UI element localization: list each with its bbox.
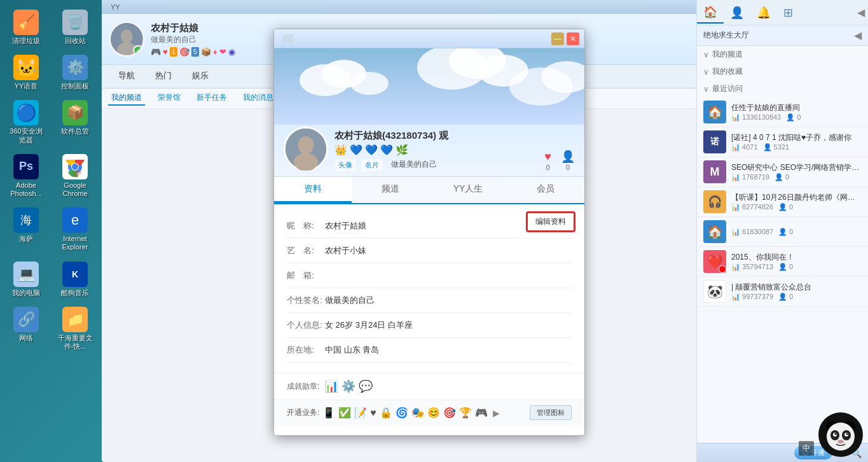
room-info-3: 【听课】10月26日颜丹钧老师《网络营 📊 82774826 👤 0 — [731, 192, 862, 211]
desktop-icon-clean-trash[interactable]: 🧹 清理垃圾 — [3, 6, 49, 48]
room-item-5[interactable]: ❤️ 2015、你我同在！ 📊 35794713 👤 0 — [697, 247, 868, 277]
modal-user-info: 农村于姑娘(432180734) 观 👑💙💙💙🌿 头像 名片 做最美的自己 — [334, 130, 544, 171]
achievement-icon-1: ⚙️ — [341, 379, 355, 393]
desktop-icon-yy[interactable]: 🐱 YY语音 — [3, 52, 49, 94]
room-item-4[interactable]: 🏠 📊 61830087 👤 0 — [697, 217, 868, 247]
tab-yy-life[interactable]: YY人生 — [429, 177, 507, 203]
nav-item-navigation[interactable]: 导航 — [108, 65, 145, 88]
desktop-icon-haisao[interactable]: 海 海萨 — [3, 204, 49, 255]
tab-channel[interactable]: 频道 — [352, 177, 429, 203]
modal-minimize-btn[interactable]: — — [551, 32, 564, 45]
desktop-icon-360[interactable]: 🔵 360安全浏览器 — [3, 97, 49, 147]
room-info-0: 任性于姑娘的直播间 📊 1336130843 👤 0 — [731, 102, 862, 122]
service-icon-5[interactable]: 🌀 — [396, 407, 408, 419]
profile-modal: — ✕ — [273, 29, 585, 436]
modal-services: 开通业务: 📱 ✅ 📝 ♥ 🔒 🌀 🎭 😊 🎯 🏆 🎮 ▶ 管理图标 — [274, 400, 584, 425]
love-stat-heart: ♥ 0 — [544, 150, 551, 171]
desktop-icon-chrome[interactable]: Google Chrome — [52, 151, 98, 201]
subnav-honors[interactable]: 荣誉馆 — [155, 91, 184, 106]
desktop-icon-control-panel[interactable]: ⚙️ 控制面板 — [52, 52, 98, 94]
room-info-4: 📊 61830087 👤 0 — [731, 228, 862, 236]
tab-member[interactable]: 会员 — [507, 177, 584, 203]
subnav-my-channel[interactable]: 我的频道 — [108, 91, 145, 106]
love-stat-person: 👤 0 — [561, 150, 575, 171]
svg-point-3 — [72, 164, 78, 170]
room-title: 绝地求生大厅 — [703, 30, 749, 41]
section-recent-visits[interactable]: ∨ 最近访问 — [697, 80, 868, 97]
edit-profile-btn[interactable]: 编辑资料 — [527, 212, 575, 232]
tab-profile[interactable]: 资料 — [274, 177, 352, 203]
modal-avatar[interactable] — [284, 127, 328, 171]
services-more-btn[interactable]: ▶ — [493, 408, 500, 418]
desktop-icon-qianhai[interactable]: 📁 千海重要文件-快... — [52, 304, 98, 354]
avatar-tab-photo[interactable]: 头像 — [334, 159, 356, 171]
profile-avatar[interactable]: ✓ — [109, 22, 144, 57]
service-icon-6[interactable]: 🎭 — [411, 407, 424, 419]
modal-header-bg — [274, 48, 584, 125]
sidebar-top-tabs: 🏠 👤 🔔 ⊞ ◀ — [697, 0, 868, 25]
profile-motto-display: 做最美的自己 — [391, 159, 437, 171]
modal-tabs: 资料 频道 YY人生 会员 — [274, 177, 584, 204]
achievement-icon-2: 💬 — [359, 379, 373, 393]
svg-point-18 — [298, 136, 313, 154]
room-item-0[interactable]: 🏠 任性于姑娘的直播间 📊 1336130843 👤 0 — [697, 97, 868, 127]
sidebar-back-btn[interactable]: ◀ — [854, 3, 868, 22]
modal-profile-section: 农村于姑娘(432180734) 观 👑💙💙💙🌿 头像 名片 做最美的自己 ♥ … — [274, 125, 584, 177]
svg-point-28 — [835, 433, 837, 435]
sidebar-arrow-icon[interactable]: ◀ — [854, 29, 862, 41]
room-item-2[interactable]: M SEO研究中心 SEO学习/网络营销学习/网 📊 1768719 👤 0 — [697, 157, 868, 187]
modal-love-stats: ♥ 0 👤 0 — [544, 150, 575, 171]
subnav-newbie[interactable]: 新手任务 — [193, 91, 230, 106]
info-row-email: 邮 箱: — [287, 263, 572, 288]
achievement-icon-0: 📊 — [324, 379, 338, 393]
service-icon-3[interactable]: ♥ — [370, 407, 376, 419]
service-icon-2[interactable]: 📝 — [354, 407, 367, 419]
sidebar-tab-home[interactable]: 🏠 — [697, 2, 724, 24]
modal-achievements: 成就勋章: 📊 ⚙️ 💬 — [274, 372, 584, 400]
modal-username: 农村于姑娘(432180734) 观 — [334, 130, 544, 142]
service-icon-4[interactable]: 🔒 — [380, 407, 392, 419]
info-row-artname: 艺 名: 农村于小妹 — [287, 239, 572, 263]
avatar-tab-card[interactable]: 名片 — [361, 159, 383, 171]
desktop-icon-kuwo[interactable]: K 酷狗音乐 — [52, 258, 98, 300]
room-item-1[interactable]: 诺 [诺社] 4 0 7 1 沈阳哒♥子乔，感谢你 📊 4071 👤 5321 — [697, 127, 868, 157]
service-icon-7[interactable]: 😊 — [427, 407, 440, 419]
section-my-favorites[interactable]: ∨ 我的收藏 — [697, 63, 868, 80]
info-row-personal: 个人信息: 女 26岁 3月24日 白羊座 — [287, 313, 572, 338]
yy-right-sidebar: 🏠 👤 🔔 ⊞ ◀ 绝地求生大厅 ◀ ∨ 我的频道 ∨ 我的收藏 — [696, 0, 868, 462]
service-icon-8[interactable]: 🎯 — [443, 407, 456, 419]
modal-close-btn[interactable]: ✕ — [567, 32, 579, 45]
desktop-icon-software[interactable]: 📦 软件总管 — [52, 97, 98, 147]
sidebar-tab-notify[interactable]: 🔔 — [750, 3, 777, 23]
desktop-icon-ie[interactable]: e Internet Explorer — [52, 204, 98, 255]
sidebar-tab-apps[interactable]: ⊞ — [777, 3, 799, 23]
svg-point-11 — [350, 72, 389, 95]
room-item-3[interactable]: 🎧 【听课】10月26日颜丹钧老师《网络营 📊 82774826 👤 0 — [697, 187, 868, 217]
desktop-icon-recycle-bin[interactable]: 🗑️ 回收站 — [52, 6, 98, 48]
modal-avatar-tabs: 头像 名片 做最美的自己 — [334, 159, 544, 171]
desktop-icon-mycomputer[interactable]: 💻 我的电脑 — [3, 258, 49, 300]
desktop-icon-network[interactable]: 🔗 网络 — [3, 304, 49, 354]
input-lang-indicator: 中 — [799, 441, 814, 456]
info-row-location: 所在地: 中国 山东 青岛 — [287, 338, 572, 363]
desktop: 🧹 清理垃圾 🗑️ 回收站 🐱 YY语音 ⚙️ 控制面板 🔵 360安全浏览器 — [0, 0, 868, 462]
manage-icon-btn[interactable]: 管理图标 — [530, 405, 572, 420]
modal-user-badges: 👑💙💙💙🌿 — [334, 144, 544, 156]
service-icon-9[interactable]: 🏆 — [459, 407, 472, 419]
panda-mascot — [817, 411, 865, 459]
achievement-icons: 📊 ⚙️ 💬 — [324, 379, 373, 393]
service-icon-1[interactable]: ✅ — [338, 407, 351, 419]
subnav-messages[interactable]: 我的消息 — [240, 91, 277, 106]
service-icon-10[interactable]: 🎮 — [475, 407, 488, 419]
svg-point-30 — [837, 440, 844, 444]
nav-item-hot[interactable]: 热门 — [145, 65, 182, 88]
nav-item-entertainment[interactable]: 娱乐 — [182, 65, 219, 88]
desktop-icon-photoshop[interactable]: Ps Adobe Photosh... — [3, 151, 49, 201]
sidebar-tab-friends[interactable]: 👤 — [724, 3, 750, 23]
svg-point-19 — [294, 153, 318, 171]
service-icon-0[interactable]: 📱 — [322, 407, 335, 419]
section-my-channels[interactable]: ∨ 我的频道 — [697, 46, 868, 63]
room-info-1: [诺社] 4 0 7 1 沈阳哒♥子乔，感谢你 📊 4071 👤 5321 — [731, 132, 862, 151]
room-item-6[interactable]: 🐼 | 颠覆营销致富公众总台 📊 99737379 👤 0 — [697, 277, 868, 307]
room-info-6: | 颠覆营销致富公众总台 📊 99737379 👤 0 — [731, 282, 862, 301]
